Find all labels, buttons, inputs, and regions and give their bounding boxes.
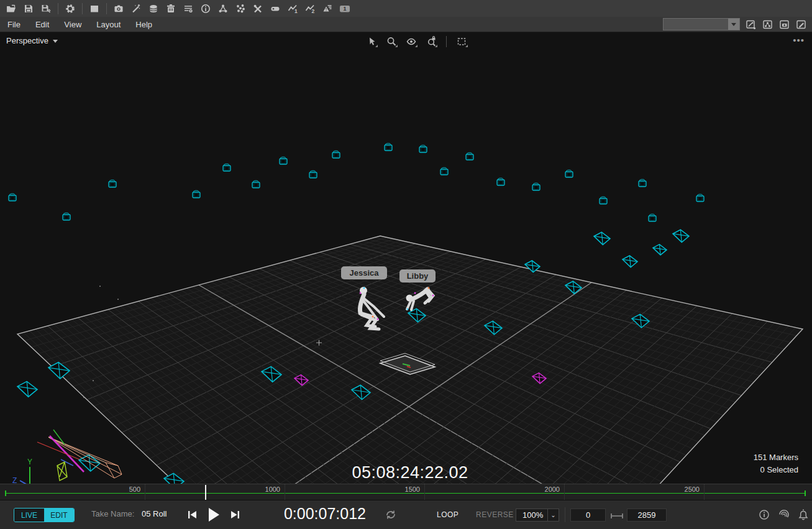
timeline-tick-line (704, 484, 705, 501)
zoom-lock-tool-button[interactable] (424, 35, 439, 48)
camera-small[interactable] (532, 183, 540, 191)
camera-small[interactable] (9, 194, 16, 201)
menu-item-layout[interactable]: Layout (89, 18, 128, 31)
refresh-loop-icon[interactable] (384, 508, 398, 524)
notification-bell-icon[interactable] (797, 509, 810, 525)
playback-speed-value: 100% (516, 509, 547, 521)
list-settings-icon[interactable] (181, 2, 196, 16)
3d-scene-canvas[interactable]: YZXJessicaLibby (0, 32, 812, 484)
camera-icon[interactable] (111, 2, 126, 16)
camera-small[interactable] (639, 179, 646, 187)
marquee-select-tool-button[interactable] (454, 35, 469, 48)
camera-small[interactable] (565, 170, 573, 178)
menu-item-view[interactable]: View (57, 18, 89, 31)
chevron-down-icon (53, 40, 58, 43)
viewport-options-menu[interactable]: ••• (793, 35, 805, 45)
info-status-icon[interactable] (758, 509, 770, 523)
marker-count-overlay: 151 Markers 0 Selected (754, 451, 798, 476)
camera-small[interactable] (193, 191, 200, 198)
data-layers-icon[interactable] (146, 2, 161, 16)
main-toolbar: 1 2 1 (0, 0, 812, 17)
camera-small[interactable] (600, 197, 607, 204)
camera-small[interactable] (649, 214, 656, 222)
svg-text:2: 2 (312, 8, 315, 14)
camera-frustum[interactable] (673, 230, 689, 242)
log-alert-icon[interactable] (320, 2, 335, 16)
view-mode-dropdown[interactable]: Perspective (6, 36, 58, 45)
camera-small[interactable] (223, 164, 230, 171)
layout-nodes-pane-icon[interactable] (762, 19, 773, 30)
layout-edit-pane-icon[interactable] (796, 19, 807, 30)
skip-to-end-button[interactable] (229, 509, 241, 520)
camera-small[interactable] (252, 181, 260, 188)
settings-gear-icon[interactable] (63, 2, 78, 16)
menu-item-help[interactable]: Help (128, 18, 160, 31)
loop-toggle[interactable]: LOOP (437, 510, 458, 519)
layout-edit-wand-icon[interactable] (746, 19, 757, 30)
camera-small[interactable] (440, 168, 448, 175)
combo-dropdown-button[interactable] (728, 19, 739, 30)
asset-nodes-icon[interactable] (216, 2, 230, 16)
graph-2-icon[interactable]: 2 (303, 2, 317, 16)
camera-frustum[interactable] (17, 381, 37, 397)
layout-camera-pane-icon[interactable] (779, 19, 790, 30)
speed-dropdown-button[interactable]: ⌄ (547, 509, 559, 521)
layout-badge-1-icon[interactable]: 1 (337, 2, 352, 16)
marker-scatter-icon[interactable] (233, 2, 248, 16)
save-icon[interactable] (21, 2, 36, 16)
markers-count-label: 151 Markers (754, 451, 798, 464)
camera-small[interactable] (385, 143, 392, 151)
playback-speed-select[interactable]: 100% ⌄ (516, 509, 559, 522)
layout-rect-icon[interactable] (87, 2, 102, 16)
camera-small[interactable] (280, 157, 287, 165)
3d-viewport[interactable]: YZXJessicaLibby Perspective (0, 32, 812, 484)
reverse-toggle[interactable]: REVERSE (476, 510, 514, 519)
camera-frustum[interactable] (623, 256, 637, 268)
menu-item-edit[interactable]: Edit (28, 18, 57, 31)
info-circle-icon[interactable] (198, 2, 213, 16)
camera-small[interactable] (497, 178, 504, 186)
save-as-icon[interactable] (39, 2, 53, 16)
builder-tools-icon[interactable] (250, 2, 265, 16)
actor-name-label: Libby (407, 271, 429, 281)
motive-window: 1 2 1 FileEditViewLayoutHelp YZXJessicaL… (0, 0, 812, 529)
camera-frustum[interactable] (653, 245, 667, 255)
timeline-tick-line (285, 484, 285, 501)
timeline-tick-line (564, 484, 565, 501)
menu-item-file[interactable]: File (0, 18, 28, 31)
skip-to-start-button[interactable] (186, 509, 199, 520)
range-end-input[interactable]: 2859 (627, 509, 667, 522)
camera-small[interactable] (309, 171, 317, 178)
layout-preset-combobox[interactable] (663, 18, 740, 30)
follow-eye-tool-button[interactable] (404, 35, 419, 48)
streaming-coil-icon[interactable] (777, 509, 790, 523)
live-mode-button[interactable]: LIVE (14, 509, 44, 522)
timeline-tick-line (145, 484, 145, 501)
timeline-ruler[interactable]: 5001000150020002500 (0, 484, 812, 500)
camera-small[interactable] (332, 151, 340, 158)
play-button[interactable] (206, 506, 222, 523)
camera-small[interactable] (466, 153, 473, 160)
camera-small[interactable] (419, 145, 427, 153)
camera-small[interactable] (696, 194, 704, 202)
tool-dropdown-corner (375, 45, 378, 47)
open-project-icon[interactable] (4, 2, 19, 16)
graph-1-icon[interactable]: 1 (285, 2, 300, 16)
scene-timecode-overlay: 05:08:24:22.02 (0, 463, 812, 482)
tool-dropdown-corner (435, 45, 437, 47)
camera-frustum[interactable] (594, 232, 610, 245)
zoom-tool-button[interactable] (384, 35, 399, 48)
timeline-playhead[interactable] (205, 485, 206, 500)
timeline-tick-label: 1000 (265, 486, 283, 493)
actor-name-tag: Libby (399, 269, 436, 283)
camera-small[interactable] (109, 180, 116, 188)
label-tag-icon[interactable] (268, 2, 283, 16)
camera-small[interactable] (63, 213, 70, 220)
layout-preset-value (664, 19, 728, 30)
wand-icon[interactable] (129, 2, 144, 16)
edit-mode-button[interactable]: EDIT (44, 509, 74, 522)
range-start-input[interactable]: 0 (570, 509, 606, 522)
archive-trash-icon[interactable] (163, 2, 178, 16)
select-tool-button[interactable] (364, 35, 379, 48)
take-name-value[interactable]: 05 Roll (142, 509, 167, 518)
